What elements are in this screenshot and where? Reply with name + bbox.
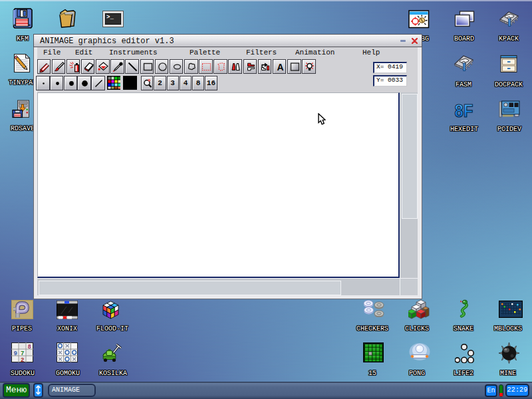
- svg-text:>_: >_: [106, 14, 114, 21]
- svg-text:8: 8: [28, 344, 31, 350]
- svg-text:7: 7: [21, 350, 24, 357]
- svg-text:9: 9: [14, 350, 17, 357]
- svg-text:2: 2: [21, 357, 24, 363]
- svg-text:8F: 8F: [455, 101, 473, 120]
- svg-text:A: A: [277, 62, 283, 72]
